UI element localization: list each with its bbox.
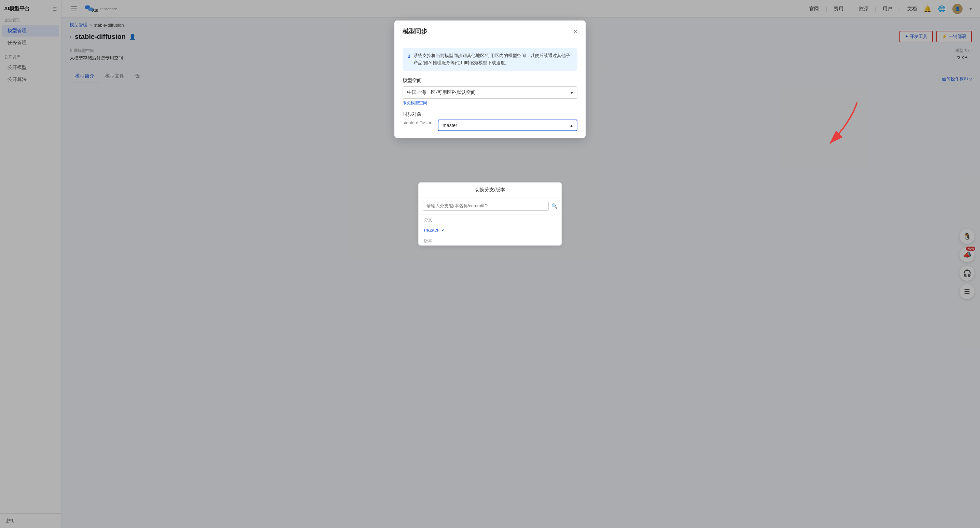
sync-target-label: 同步对象 [402, 111, 432, 118]
chevron-up-icon: ▴ [570, 122, 573, 128]
branch-select[interactable]: master ▴ [438, 119, 578, 131]
dropdown-header: 切换分支/版本 [418, 183, 562, 197]
model-sync-modal: 模型同步 × ℹ 系统支持将当前模型同步到其他地区/可用区内的模型空间，以便后续… [395, 21, 585, 138]
modal-info-box: ℹ 系统支持将当前模型同步到其他地区/可用区内的模型空间，以便后续通过其他子产品… [402, 48, 578, 71]
modal-close-button[interactable]: × [573, 28, 578, 35]
branch-item-master-label: master [424, 227, 439, 232]
chevron-down-icon: ▾ [571, 90, 573, 95]
sync-labels: 同步对象 stable-diffusion [402, 111, 432, 125]
check-icon: ✓ [442, 227, 445, 232]
branch-value: master [442, 122, 457, 128]
info-circle-icon: ℹ [408, 52, 410, 67]
modal-title: 模型同步 [402, 27, 427, 35]
modal-header: 模型同步 × [395, 21, 585, 41]
dropdown-search-row: 🔍 [418, 197, 562, 215]
model-space-field: 模型空间 中国上海一区-可用区P-默认空间 ▾ 限免模型空间 [402, 78, 578, 106]
version-section-label: 版本 [418, 235, 562, 245]
branch-item-master[interactable]: master ✓ [418, 224, 562, 235]
modal-info-text: 系统支持将当前模型同步到其他地区/可用区内的模型空间，以便后续通过其他子产品(如… [414, 52, 572, 67]
branch-section-label: 分支 [418, 215, 562, 224]
branch-search-input[interactable] [423, 201, 549, 211]
sync-target-row: 同步对象 stable-diffusion master ▴ [402, 111, 578, 131]
branch-dropdown-panel: 切换分支/版本 🔍 分支 master ✓ 版本 [418, 182, 562, 246]
model-space-value: 中国上海一区-可用区P-默认空间 [407, 89, 476, 95]
modal-body: ℹ 系统支持将当前模型同步到其他地区/可用区内的模型空间，以便后续通过其他子产品… [395, 41, 585, 138]
repo-name-label: stable-diffusion [402, 120, 432, 125]
free-model-space-link[interactable]: 限免模型空间 [402, 100, 578, 106]
sync-target-area: master ▴ [438, 111, 578, 131]
model-space-select[interactable]: 中国上海一区-可用区P-默认空间 ▾ [402, 86, 578, 99]
model-space-label: 模型空间 [402, 78, 578, 84]
modal-overlay[interactable]: 模型同步 × ℹ 系统支持将当前模型同步到其他地区/可用区内的模型空间，以便后续… [0, 0, 980, 528]
search-icon[interactable]: 🔍 [552, 203, 557, 209]
